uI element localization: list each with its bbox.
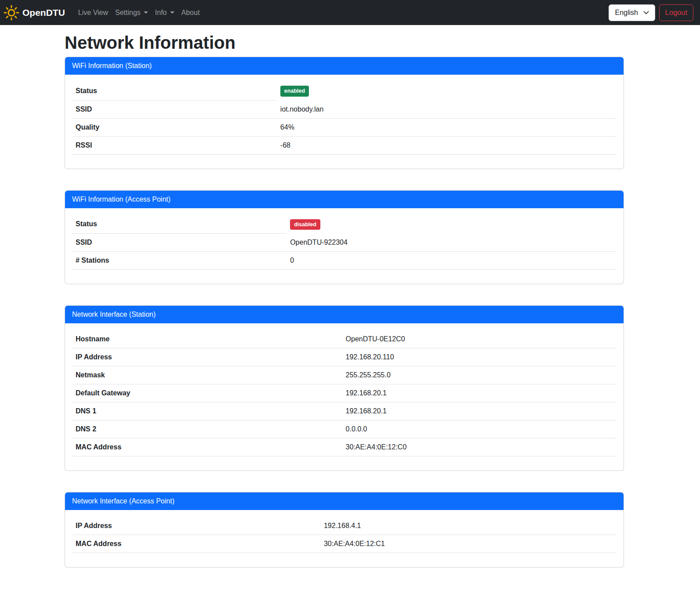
card-body: IP Address192.168.4.1MAC Address30:AE:A4… bbox=[65, 510, 624, 567]
chevron-down-icon bbox=[643, 9, 649, 16]
cards-container: WiFi Information (Station)StatusenabledS… bbox=[65, 57, 624, 568]
table-row: Netmask255.255.255.0 bbox=[72, 366, 617, 384]
row-label: DNS 1 bbox=[72, 402, 342, 420]
row-value: 255.255.255.0 bbox=[342, 366, 617, 384]
card-body: StatusdisabledSSIDOpenDTU-922304# Statio… bbox=[65, 208, 624, 284]
table-row: IP Address192.168.4.1 bbox=[72, 517, 617, 535]
info-table: StatusenabledSSIDiot.nobody.lanQuality64… bbox=[72, 82, 617, 155]
info-table: HostnameOpenDTU-0E12C0IP Address192.168.… bbox=[72, 330, 617, 456]
info-card: Network Interface (Access Point)IP Addre… bbox=[65, 492, 624, 568]
status-badge: enabled bbox=[280, 86, 309, 97]
navbar: OpenDTU Live ViewSettingsInfoAbout Engli… bbox=[0, 0, 700, 25]
table-row: # Stations0 bbox=[72, 252, 617, 270]
info-card: Network Interface (Station)HostnameOpenD… bbox=[65, 305, 624, 471]
brand-link[interactable]: OpenDTU bbox=[4, 3, 69, 22]
nav-link-about[interactable]: About bbox=[178, 4, 203, 22]
table-row: DNS 20.0.0.0 bbox=[72, 420, 617, 438]
row-label: SSID bbox=[72, 234, 287, 252]
row-value: OpenDTU-922304 bbox=[287, 234, 617, 252]
card-header: Network Interface (Station) bbox=[65, 306, 624, 323]
language-selected-label: English bbox=[615, 9, 638, 17]
row-label: MAC Address bbox=[72, 535, 320, 553]
nav-item: Info bbox=[152, 4, 178, 22]
row-value: OpenDTU-0E12C0 bbox=[342, 330, 617, 348]
card-header: Network Interface (Access Point) bbox=[65, 492, 624, 510]
page-title: Network Information bbox=[65, 33, 624, 53]
row-label: Status bbox=[72, 215, 287, 234]
row-value: 30:AE:A4:0E:12:C0 bbox=[342, 438, 617, 456]
info-table: StatusdisabledSSIDOpenDTU-922304# Statio… bbox=[72, 215, 617, 270]
card-header: WiFi Information (Access Point) bbox=[65, 191, 624, 208]
brand-label: OpenDTU bbox=[22, 7, 65, 18]
table-row: Statusdisabled bbox=[72, 215, 617, 234]
row-value: 64% bbox=[277, 118, 617, 136]
row-label: RSSI bbox=[72, 136, 277, 154]
table-row: Default Gateway192.168.20.1 bbox=[72, 384, 617, 402]
row-value: enabled bbox=[277, 82, 617, 100]
caret-down-icon bbox=[170, 11, 174, 14]
language-select[interactable]: English bbox=[609, 4, 655, 21]
table-row: MAC Address30:AE:A4:0E:12:C0 bbox=[72, 438, 617, 456]
row-value: 192.168.20.1 bbox=[342, 402, 617, 420]
status-badge: disabled bbox=[290, 219, 320, 230]
navbar-right: English Logout bbox=[609, 4, 693, 21]
table-row: SSIDiot.nobody.lan bbox=[72, 100, 617, 118]
logout-button[interactable]: Logout bbox=[659, 4, 693, 21]
info-card: WiFi Information (Access Point)Statusdis… bbox=[65, 190, 624, 285]
row-label: Netmask bbox=[72, 366, 342, 384]
table-row: Statusenabled bbox=[72, 82, 617, 100]
info-table: IP Address192.168.4.1MAC Address30:AE:A4… bbox=[72, 517, 617, 553]
nav-link-info[interactable]: Info bbox=[152, 4, 178, 22]
nav-menu: Live ViewSettingsInfoAbout bbox=[75, 4, 203, 22]
table-row: SSIDOpenDTU-922304 bbox=[72, 234, 617, 252]
row-value: 192.168.20.1 bbox=[342, 384, 617, 402]
row-value: 192.168.20.110 bbox=[342, 348, 617, 366]
row-label: IP Address bbox=[72, 348, 342, 366]
nav-item: Live View bbox=[75, 4, 112, 22]
row-value: 30:AE:A4:0E:12:C1 bbox=[320, 535, 617, 553]
row-value: 0 bbox=[287, 252, 617, 270]
nav-link-live-view[interactable]: Live View bbox=[75, 4, 112, 22]
nav-link-settings[interactable]: Settings bbox=[112, 4, 152, 22]
row-label: DNS 2 bbox=[72, 420, 342, 438]
info-card: WiFi Information (Station)StatusenabledS… bbox=[65, 57, 624, 169]
caret-down-icon bbox=[144, 11, 148, 14]
row-label: MAC Address bbox=[72, 438, 342, 456]
nav-item: Settings bbox=[112, 4, 152, 22]
row-value: -68 bbox=[277, 136, 617, 154]
table-row: HostnameOpenDTU-0E12C0 bbox=[72, 330, 617, 348]
card-body: HostnameOpenDTU-0E12C0IP Address192.168.… bbox=[65, 323, 624, 470]
row-value: 0.0.0.0 bbox=[342, 420, 617, 438]
table-row: DNS 1192.168.20.1 bbox=[72, 402, 617, 420]
nav-item: About bbox=[178, 4, 203, 22]
row-value: iot.nobody.lan bbox=[277, 100, 617, 118]
row-label: # Stations bbox=[72, 252, 287, 270]
row-label: Hostname bbox=[72, 330, 342, 348]
page-content: Network Information WiFi Information (St… bbox=[65, 33, 624, 568]
row-label: IP Address bbox=[72, 517, 320, 535]
card-body: StatusenabledSSIDiot.nobody.lanQuality64… bbox=[65, 75, 624, 169]
table-row: RSSI-68 bbox=[72, 136, 617, 154]
row-value: 192.168.4.1 bbox=[320, 517, 617, 535]
row-label: Quality bbox=[72, 118, 277, 136]
table-row: IP Address192.168.20.110 bbox=[72, 348, 617, 366]
sun-icon bbox=[4, 5, 19, 21]
row-value: disabled bbox=[287, 215, 617, 234]
table-row: Quality64% bbox=[72, 118, 617, 136]
row-label: SSID bbox=[72, 100, 277, 118]
row-label: Status bbox=[72, 82, 277, 100]
card-header: WiFi Information (Station) bbox=[65, 57, 624, 75]
row-label: Default Gateway bbox=[72, 384, 342, 402]
table-row: MAC Address30:AE:A4:0E:12:C1 bbox=[72, 535, 617, 553]
